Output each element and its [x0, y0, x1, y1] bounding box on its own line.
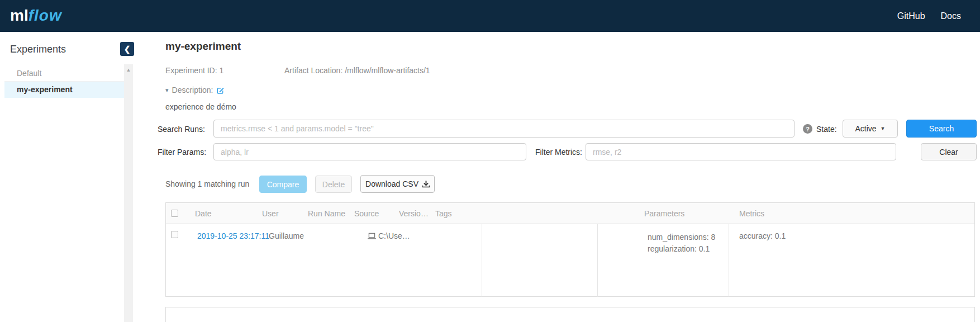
scroll-up-icon[interactable]: ▲ — [124, 64, 133, 73]
run-source-path: C:\Use… — [378, 231, 410, 240]
collapse-sidebar-button[interactable]: ❮ — [120, 42, 134, 56]
search-button[interactable]: Search — [906, 120, 977, 138]
select-all-checkbox[interactable] — [171, 210, 178, 217]
column-header-parameters: Parameters — [644, 209, 684, 218]
column-header-user[interactable]: User — [262, 209, 279, 218]
sidebar-scrollbar[interactable]: ▲ — [124, 64, 133, 322]
experiment-id-label: Experiment ID: — [165, 66, 217, 75]
column-divider — [482, 224, 482, 297]
download-csv-button[interactable]: Download CSV — [360, 175, 435, 193]
caret-down-icon: ▾ — [165, 87, 169, 94]
description-label: Description: — [172, 86, 213, 94]
search-runs-input[interactable] — [213, 120, 795, 138]
page-title: my-experiment — [165, 40, 241, 53]
edit-description-icon[interactable] — [216, 86, 225, 94]
experiment-panel: my-experiment Experiment ID: 1 Artifact … — [165, 32, 977, 322]
experiment-id-value: 1 — [219, 66, 223, 75]
filter-params-input[interactable] — [213, 143, 526, 160]
download-csv-label: Download CSV — [365, 179, 418, 188]
filter-metrics-input[interactable] — [586, 143, 896, 160]
help-icon[interactable]: ? — [803, 124, 812, 134]
experiments-title: Experiments — [10, 44, 66, 55]
chevron-left-icon: ❮ — [124, 45, 131, 54]
table-footer-panel — [165, 307, 975, 322]
caret-down-icon: ▼ — [881, 126, 886, 131]
top-navbar: mlflow GitHub Docs — [0, 0, 980, 32]
run-row: 2019-10-25 23:17:11 Guillaume C:\Use… nu… — [166, 224, 974, 297]
navbar-links: GitHub Docs — [897, 0, 961, 32]
column-header-date[interactable]: Date — [195, 209, 212, 218]
run-parameter: num_dimensions: 8 — [648, 233, 715, 242]
laptop-icon — [368, 233, 376, 240]
compare-button[interactable]: Compare — [259, 176, 307, 193]
sidebar-item-my-experiment[interactable]: my-experiment — [4, 82, 124, 98]
filter-metrics-label: Filter Metrics: — [535, 148, 582, 157]
filter-params-label: Filter Params: — [158, 148, 206, 157]
download-icon — [422, 181, 430, 188]
column-header-metrics: Metrics — [739, 209, 764, 218]
description-toggle[interactable]: ▾ Description: — [165, 86, 225, 94]
column-header-tags[interactable]: Tags — [435, 209, 452, 218]
runs-table: Date User Run Name Source Versio… Tags P… — [165, 202, 975, 297]
run-parameters: num_dimensions: 8 regularization: 0.1 — [648, 231, 715, 255]
run-date-link[interactable]: 2019-10-25 23:17:11 — [197, 231, 269, 240]
column-header-version[interactable]: Versio… — [399, 209, 429, 218]
docs-link[interactable]: Docs — [941, 11, 961, 21]
runs-table-header: Date User Run Name Source Versio… Tags P… — [166, 203, 974, 224]
description-text: experience de démo — [165, 102, 236, 111]
mlflow-logo[interactable]: mlflow — [10, 6, 62, 26]
run-parameter: regularization: 0.1 — [648, 244, 710, 253]
run-checkbox[interactable] — [171, 231, 178, 238]
column-divider — [729, 224, 729, 297]
artifact-location-value: /mlflow/mlflow-artifacts/1 — [345, 66, 430, 75]
column-header-source[interactable]: Source — [354, 209, 379, 218]
state-label: State: — [816, 125, 837, 134]
logo-flow-text: flow — [28, 7, 62, 24]
state-value: Active — [855, 124, 876, 133]
github-link[interactable]: GitHub — [897, 11, 925, 21]
run-source: C:\Use… — [368, 231, 410, 240]
state-dropdown[interactable]: Active ▼ — [843, 120, 898, 138]
clear-button[interactable]: Clear — [921, 143, 977, 160]
runs-summary: Showing 1 matching run — [165, 179, 249, 188]
experiment-id: Experiment ID: 1 — [165, 66, 223, 75]
logo-ml-text: ml — [10, 7, 28, 24]
experiments-list: Default my-experiment — [4, 65, 124, 98]
sidebar-item-default[interactable]: Default — [4, 65, 124, 82]
delete-button[interactable]: Delete — [315, 176, 352, 193]
search-runs-label: Search Runs: — [158, 125, 205, 134]
run-metrics: accuracy: 0.1 — [739, 231, 786, 240]
artifact-location: Artifact Location: /mlflow/mlflow-artifa… — [284, 66, 430, 75]
column-header-run-name[interactable]: Run Name — [308, 209, 345, 218]
column-divider — [597, 224, 598, 297]
mlflow-app: mlflow GitHub Docs Experiments ❮ Default… — [0, 0, 980, 322]
artifact-location-label: Artifact Location: — [284, 66, 342, 75]
run-user: Guillaume — [269, 231, 304, 240]
